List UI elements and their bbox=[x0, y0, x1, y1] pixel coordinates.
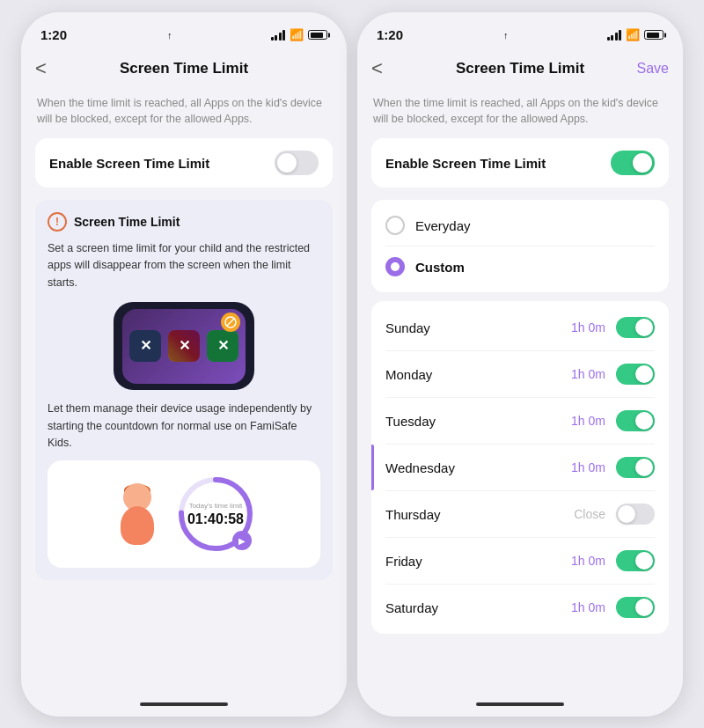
day-row-tuesday: Tuesday 1h 0m bbox=[385, 398, 655, 445]
day-row-monday: Monday 1h 0m bbox=[385, 351, 655, 398]
day-name-tuesday: Tuesday bbox=[385, 414, 436, 429]
day-name-friday: Friday bbox=[385, 554, 422, 569]
day-right-friday: 1h 0m bbox=[571, 550, 655, 571]
timer-label-1: Today's time limit bbox=[189, 502, 243, 510]
location-arrow-icon-2: ↑ bbox=[503, 30, 509, 40]
app-facebook-icon bbox=[129, 330, 161, 362]
day-right-tuesday: 1h 0m bbox=[571, 410, 655, 431]
content-2: When the time limit is reached, all Apps… bbox=[357, 88, 683, 692]
toggle-knob-1 bbox=[277, 153, 297, 173]
day-toggle-knob-thursday bbox=[618, 505, 635, 523]
day-toggle-thursday[interactable] bbox=[616, 504, 655, 525]
nav-bar-1: < Screen Time Limit bbox=[21, 51, 347, 88]
everyday-option[interactable]: Everyday bbox=[385, 205, 655, 246]
day-time-friday: 1h 0m bbox=[571, 554, 605, 568]
day-row-friday: Friday 1h 0m bbox=[385, 538, 655, 585]
battery-icon-2 bbox=[644, 30, 664, 40]
day-toggle-tuesday[interactable] bbox=[616, 410, 655, 431]
day-name-monday: Monday bbox=[385, 367, 432, 382]
day-toggle-knob-friday bbox=[635, 552, 653, 570]
radio-inner-custom bbox=[391, 262, 400, 271]
timer-circle: Today's time limit 01:40:58 ▶ bbox=[176, 474, 255, 554]
save-button[interactable]: Save bbox=[637, 61, 669, 77]
status-time-1: 1:20 bbox=[40, 27, 67, 42]
day-toggle-knob-sunday bbox=[635, 319, 653, 336]
home-indicator-1 bbox=[140, 702, 228, 706]
status-icons-1: 📶 bbox=[271, 28, 328, 41]
day-time-sunday: 1h 0m bbox=[571, 320, 605, 335]
description-1: When the time limit is reached, all Apps… bbox=[35, 95, 333, 129]
home-indicator-2 bbox=[476, 702, 564, 706]
day-right-sunday: 1h 0m bbox=[571, 317, 655, 338]
everyday-radio[interactable] bbox=[385, 216, 405, 235]
custom-radio[interactable] bbox=[385, 257, 405, 276]
day-toggle-saturday[interactable] bbox=[616, 597, 655, 618]
timer-card-1: Today's time limit 01:40:58 ▶ bbox=[48, 460, 320, 568]
day-toggle-friday[interactable] bbox=[616, 550, 655, 571]
battery-icon-1 bbox=[308, 30, 327, 40]
day-toggle-knob-saturday bbox=[635, 599, 653, 616]
svg-line-1 bbox=[227, 319, 234, 326]
enable-toggle-2[interactable] bbox=[611, 151, 655, 175]
page-title-2: Screen Time Limit bbox=[456, 60, 584, 77]
enable-toggle-row-2: Enable Screen Time Limit bbox=[371, 138, 669, 188]
day-row-saturday: Saturday 1h 0m bbox=[385, 585, 655, 630]
character-illustration bbox=[113, 483, 162, 545]
custom-option[interactable]: Custom bbox=[385, 246, 655, 287]
status-time-2: 1:20 bbox=[377, 27, 403, 42]
signal-icon-2 bbox=[607, 30, 622, 40]
custom-label: Custom bbox=[415, 260, 465, 275]
schedule-options-card: Everyday Custom bbox=[371, 200, 669, 292]
status-bar-2: 1:20 ↑ 📶 bbox=[357, 12, 683, 51]
app-whatsapp-icon bbox=[207, 330, 238, 362]
day-time-thursday: Close bbox=[574, 507, 605, 521]
page-title-1: Screen Time Limit bbox=[120, 60, 248, 77]
status-icons-2: 📶 bbox=[607, 28, 664, 41]
day-name-saturday: Saturday bbox=[385, 600, 438, 615]
day-toggle-knob-monday bbox=[635, 365, 653, 383]
day-row-thursday: Thursday Close bbox=[385, 491, 655, 538]
enable-toggle-1[interactable] bbox=[275, 151, 319, 175]
day-time-monday: 1h 0m bbox=[571, 367, 605, 381]
day-toggle-monday[interactable] bbox=[616, 364, 655, 385]
day-right-saturday: 1h 0m bbox=[571, 597, 655, 618]
everyday-label: Everyday bbox=[415, 218, 471, 233]
phone-2: 1:20 ↑ 📶 < Screen Time Limit Save bbox=[357, 12, 683, 717]
day-toggle-knob-wednesday bbox=[635, 459, 653, 476]
status-bar-1: 1:20 ↑ 📶 bbox=[21, 12, 347, 51]
day-row-wednesday: Wednesday 1h 0m bbox=[385, 445, 655, 491]
day-row-sunday: Sunday 1h 0m bbox=[385, 305, 655, 351]
toggle-label-1: Enable Screen Time Limit bbox=[49, 156, 209, 171]
phone-mockup-screen bbox=[122, 309, 246, 384]
back-button-1[interactable]: < bbox=[35, 57, 47, 80]
day-right-wednesday: 1h 0m bbox=[571, 457, 655, 478]
timer-value-1: 01:40:58 bbox=[187, 511, 244, 527]
day-time-tuesday: 1h 0m bbox=[571, 414, 605, 428]
location-arrow-icon-1: ↑ bbox=[167, 30, 172, 40]
signal-icon-1 bbox=[271, 30, 286, 40]
home-bar-2 bbox=[357, 692, 683, 717]
day-name-sunday: Sunday bbox=[385, 320, 430, 335]
back-button-2[interactable]: < bbox=[371, 57, 383, 80]
day-time-wednesday: 1h 0m bbox=[571, 460, 605, 474]
day-right-monday: 1h 0m bbox=[571, 364, 655, 385]
info-card-header-1: ! Screen Time Limit bbox=[48, 212, 320, 232]
day-right-thursday: Close bbox=[574, 504, 655, 525]
info-icon-1: ! bbox=[48, 212, 67, 232]
wifi-icon-1: 📶 bbox=[290, 28, 304, 41]
app-instagram-icon bbox=[168, 330, 200, 362]
char-body bbox=[121, 506, 154, 545]
info-card-text-1: Set a screen time limit for your child a… bbox=[48, 240, 320, 291]
day-name-wednesday: Wednesday bbox=[385, 460, 455, 475]
blocked-overlay-icon bbox=[221, 313, 240, 332]
day-toggle-wednesday[interactable] bbox=[616, 457, 655, 478]
day-toggle-sunday[interactable] bbox=[616, 317, 655, 338]
wifi-icon-2: 📶 bbox=[626, 28, 640, 41]
day-name-thursday: Thursday bbox=[385, 507, 441, 522]
home-bar-1 bbox=[21, 692, 347, 717]
day-toggle-knob-tuesday bbox=[635, 412, 653, 430]
info-card-title-1: Screen Time Limit bbox=[74, 215, 180, 229]
content-1: When the time limit is reached, all Apps… bbox=[21, 88, 347, 692]
phone-1: 1:20 ↑ 📶 < Screen Time Limit When the ti bbox=[21, 12, 347, 717]
description-2: When the time limit is reached, all Apps… bbox=[371, 95, 669, 129]
